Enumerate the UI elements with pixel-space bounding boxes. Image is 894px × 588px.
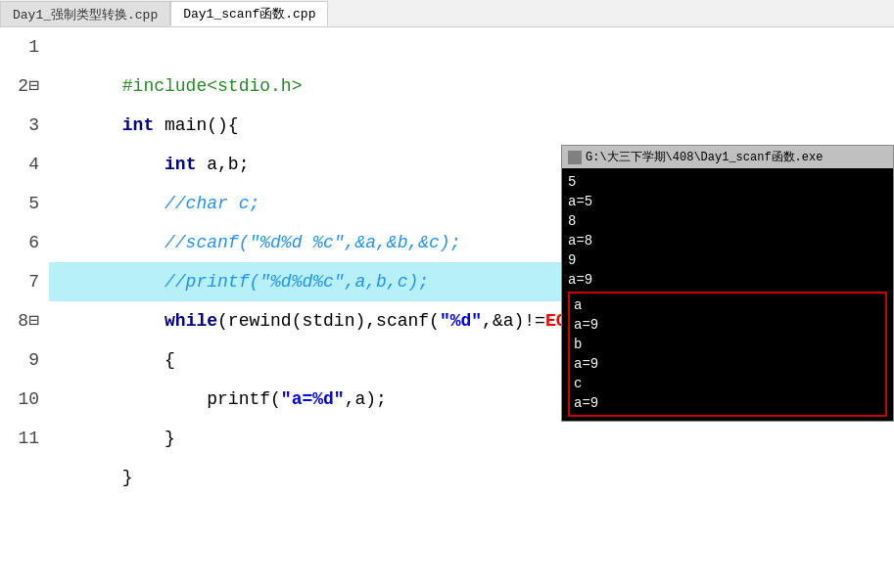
line-num-2: 2⊟	[0, 67, 39, 106]
tab-scanf[interactable]: Day1_scanf函数.cpp	[170, 1, 328, 26]
line-num-5: 5	[0, 184, 39, 223]
editor-area: 1 2⊟ 3 4 5 6 7 8⊟ 9 10 11 #include<stdio…	[0, 27, 894, 588]
tab-forced-cast[interactable]: Day1_强制类型转换.cpp	[0, 1, 170, 26]
terminal-line-2: a=5	[568, 192, 887, 211]
line-num-11: 11	[0, 419, 39, 458]
redbox-line-1: a	[574, 295, 881, 315]
line-num-8: 8⊟	[0, 301, 39, 340]
terminal-title: G:\大三下学期\408\Day1_scanf函数.exe	[586, 149, 823, 165]
line-num-10: 10	[0, 380, 39, 419]
terminal-line-5: 9	[568, 250, 887, 270]
redbox-line-3: b	[574, 335, 881, 354]
terminal-window: G:\大三下学期\408\Day1_scanf函数.exe 5 a=5 8 a=…	[561, 145, 894, 422]
terminal-line-3: 8	[568, 211, 887, 231]
terminal-titlebar: G:\大三下学期\408\Day1_scanf函数.exe	[562, 146, 893, 168]
redbox-line-5: c	[574, 374, 881, 393]
line-num-6: 6	[0, 223, 39, 262]
terminal-line-1: 5	[568, 172, 887, 192]
code-line-11: }	[49, 419, 894, 458]
terminal-icon	[568, 151, 582, 164]
terminal-line-4: a=8	[568, 231, 887, 250]
tab-bar: Day1_强制类型转换.cpp Day1_scanf函数.cpp	[0, 0, 894, 27]
line-num-1: 1	[0, 27, 39, 67]
line-numbers: 1 2⊟ 3 4 5 6 7 8⊟ 9 10 11	[0, 27, 49, 588]
redbox-line-4: a=9	[574, 354, 881, 374]
redbox-line-6: a=9	[574, 393, 881, 413]
terminal-redbox: a a=9 b a=9 c a=9	[568, 292, 887, 417]
code-line-1: #include<stdio.h>	[49, 27, 894, 67]
line-num-7: 7	[0, 262, 39, 301]
line-num-4: 4	[0, 145, 39, 184]
line-num-3: 3	[0, 106, 39, 145]
redbox-line-2: a=9	[574, 315, 881, 335]
terminal-body: 5 a=5 8 a=8 9 a=9 a a=9 b a=9 c a=9	[562, 168, 893, 421]
line-num-9: 9	[0, 340, 39, 380]
terminal-line-6: a=9	[568, 270, 887, 290]
